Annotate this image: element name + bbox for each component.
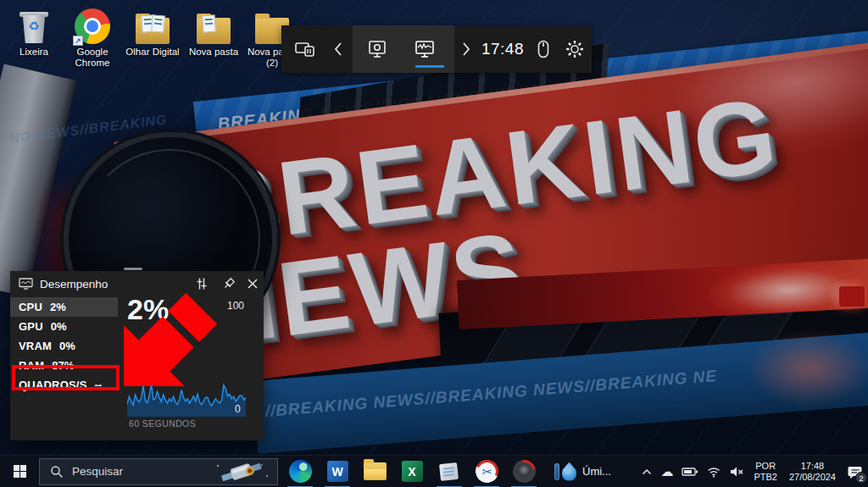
- action-center-button[interactable]: 2: [843, 456, 868, 487]
- widgets-menu-icon: [293, 39, 317, 59]
- battery-icon: [682, 467, 698, 477]
- tray-show-hidden-button[interactable]: [637, 456, 656, 487]
- gamebar-mouse-button[interactable]: [528, 25, 559, 73]
- gamebar-clock: 17:48: [477, 25, 527, 73]
- notes-app-icon: [438, 462, 460, 482]
- tray-date: 27/08/2024: [789, 472, 836, 483]
- shortcut-arrow-icon: ↗: [73, 36, 83, 46]
- speaker-muted-icon: [729, 466, 744, 478]
- folder-icon: [136, 18, 170, 44]
- performance-icon: [413, 39, 437, 59]
- performance-widget-button[interactable]: [401, 25, 448, 73]
- shutter-app-icon: [508, 456, 540, 487]
- metric-value: 2%: [50, 301, 66, 313]
- tray-volume[interactable]: [725, 456, 748, 487]
- chevron-left-icon: [333, 42, 343, 57]
- start-button[interactable]: [0, 456, 39, 487]
- metric-label: CPU: [19, 301, 42, 313]
- cloud-icon: ☁: [660, 464, 673, 479]
- gear-icon: [565, 39, 585, 59]
- metric-row-gpu[interactable]: GPU 0%: [10, 317, 118, 336]
- metric-label: VRAM: [19, 340, 52, 352]
- word-icon: W: [327, 461, 348, 482]
- weather-label: Úmi...: [582, 465, 611, 478]
- taskbar-app-capture[interactable]: [505, 456, 542, 487]
- desktop-icon-label: Olhar Digital: [122, 47, 183, 58]
- mouse-icon: [537, 39, 550, 59]
- taskbar-app-video-editor[interactable]: ✂: [468, 456, 505, 487]
- desktop-icon-label: Google Chrome: [63, 47, 122, 69]
- tray-onedrive[interactable]: ☁: [656, 456, 677, 487]
- graph-x-label: 60 SEGUNDOS: [129, 418, 196, 429]
- keyboard-layout: PTB2: [754, 472, 777, 483]
- chevron-right-icon: [461, 42, 471, 57]
- desktop-icon-label: Lixeira: [5, 47, 63, 58]
- widget-pin-button[interactable]: [220, 274, 238, 293]
- screen: NG NEWS//BREAKING BREAKING NEWS//BREAKIN…: [0, 0, 868, 487]
- desktop-icon-recycle-bin[interactable]: ♻ Lixeira: [5, 5, 63, 69]
- search-input[interactable]: Pesquisar: [72, 465, 123, 478]
- sliders-icon: [195, 277, 209, 291]
- desktop-icon-chrome[interactable]: ↗ Google Chrome: [63, 5, 122, 69]
- search-box[interactable]: Pesquisar: [39, 458, 278, 485]
- recycle-bin-icon: ♻: [19, 10, 48, 44]
- windows-logo-icon: [14, 465, 26, 478]
- capture-widget-button[interactable]: [353, 25, 401, 73]
- widget-drag-handle[interactable]: [124, 268, 142, 270]
- widget-close-button[interactable]: [243, 274, 262, 293]
- excel-icon: X: [402, 461, 423, 482]
- taskbar-app-notes[interactable]: [431, 456, 468, 487]
- gamebar-scroll-right-button[interactable]: [454, 25, 477, 73]
- gamebar-scroll-left-button[interactable]: [329, 25, 348, 73]
- water-drop-icon: [562, 462, 576, 481]
- widgets-menu-button[interactable]: [281, 25, 329, 73]
- close-icon: [247, 278, 259, 290]
- weather-widget[interactable]: Úmi...: [554, 462, 611, 481]
- taskbar-app-excel[interactable]: X: [393, 456, 431, 487]
- wifi-icon: [707, 467, 721, 478]
- tray-battery[interactable]: [677, 456, 703, 487]
- tray-clock[interactable]: 17:48 27/08/2024: [782, 461, 843, 483]
- performance-widget-icon: [19, 278, 33, 290]
- pin-icon: [222, 277, 236, 291]
- gamebar: 17:48: [281, 25, 592, 73]
- file-explorer-icon: [364, 462, 387, 480]
- taskbar-app-word[interactable]: W: [319, 456, 356, 487]
- desktop-icon-label: Nova pasta: [183, 47, 244, 58]
- widget-options-button[interactable]: [192, 274, 211, 293]
- gamebar-settings-button[interactable]: [558, 25, 592, 73]
- tray-time: 17:48: [789, 461, 836, 472]
- folder-icon: [197, 18, 231, 44]
- language-code: POR: [754, 461, 777, 472]
- edge-icon: [289, 460, 312, 483]
- system-tray: ☁: [637, 456, 868, 487]
- graph-y-min: 0: [235, 403, 241, 415]
- notification-count-badge: 2: [855, 472, 867, 484]
- tray-network[interactable]: [703, 456, 725, 487]
- taskbar-app-file-explorer[interactable]: [356, 456, 393, 487]
- annotation-highlight-rect: [12, 365, 120, 390]
- tray-language-switcher[interactable]: POR PTB2: [748, 461, 782, 483]
- metric-value: 0%: [51, 320, 67, 333]
- scissors-app-icon: ✂: [472, 457, 502, 486]
- metric-row-cpu[interactable]: CPU 2%: [10, 297, 118, 317]
- taskbar: Pesquisar W: [0, 455, 868, 487]
- taskbar-apps: W X ✂: [281, 456, 542, 487]
- metric-row-vram[interactable]: VRAM 0%: [10, 336, 118, 356]
- search-icon: [50, 465, 64, 479]
- metric-value: 0%: [59, 340, 75, 352]
- widget-title: Desempenho: [40, 278, 108, 291]
- annotation-arrow: [108, 291, 236, 395]
- taskbar-app-edge[interactable]: [281, 456, 319, 487]
- metric-label: GPU: [19, 320, 43, 333]
- search-highlight-satellite-image: [211, 461, 272, 484]
- desktop-icons: ♻ Lixeira ↗ Google Chrome Olhar Digital …: [5, 5, 300, 69]
- chevron-up-icon: [642, 468, 652, 475]
- desktop-icon-nova-pasta[interactable]: Nova pasta: [183, 5, 244, 69]
- chrome-icon: ↗: [75, 8, 110, 44]
- capture-icon: [366, 39, 388, 59]
- humidity-gauge-icon: [554, 463, 559, 480]
- desktop-icon-olhar-digital[interactable]: Olhar Digital: [122, 5, 183, 69]
